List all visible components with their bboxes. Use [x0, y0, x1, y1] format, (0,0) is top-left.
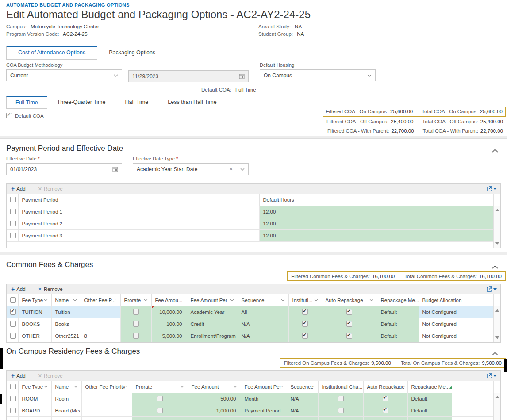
institutional-charge-checkbox[interactable]	[338, 396, 344, 401]
add-button[interactable]: +Add	[11, 373, 26, 379]
column-header-sequence[interactable]: Sequence	[287, 381, 318, 393]
table-row[interactable]: ROOM Room 500.00 Month N/A Default	[7, 393, 493, 405]
row-checkbox[interactable]	[10, 209, 16, 214]
column-header-prorate[interactable]: Prorate	[120, 294, 151, 306]
column-header-repackage-methodology[interactable]: Repackage Me...	[377, 294, 419, 306]
export-button[interactable]	[486, 373, 497, 379]
prorate-checkbox[interactable]	[157, 396, 163, 401]
column-header-fee-amount-per[interactable]: Fee Amount Per	[241, 381, 287, 393]
subtab-three-quarter-time[interactable]: Three-Quarter Time	[47, 96, 115, 109]
screen-artifact	[0, 348, 3, 369]
institutional-charge-checkbox[interactable]	[302, 321, 308, 327]
column-header-name[interactable]: Name	[51, 381, 81, 393]
column-header-institutional-charge[interactable]: Instituti...	[288, 294, 322, 306]
caret-down-icon	[493, 288, 497, 290]
table-row[interactable]: Payment Period 3 12.00	[7, 229, 493, 241]
default-housing-label: Default Housing	[260, 62, 376, 68]
column-header-repackage-methodology-sorted[interactable]: Repackage Me...	[407, 381, 452, 393]
column-header-fee-amount[interactable]: Fee Amount	[188, 381, 241, 393]
column-header-budget-allocation[interactable]: Budget Allocation	[419, 294, 493, 306]
column-header-payment-period[interactable]: Payment Period	[18, 194, 259, 206]
coa-budget-methodology-select[interactable]: Current	[6, 69, 122, 81]
collapse-chevron-icon[interactable]	[492, 146, 498, 154]
column-header-fee-type[interactable]: Fee Type	[18, 294, 51, 306]
add-button[interactable]: +Add	[11, 286, 26, 292]
subtab-half-time[interactable]: Half Time	[115, 96, 158, 109]
column-header-auto-repackage[interactable]: Auto Repackage	[363, 381, 407, 393]
tab-packaging-options[interactable]: Packaging Options	[97, 46, 167, 60]
chevron-down-icon	[115, 299, 116, 301]
auto-repackage-checkbox[interactable]	[346, 309, 352, 315]
scroll-up-icon[interactable]	[495, 209, 499, 211]
subtab-full-time[interactable]: Full Time	[6, 96, 47, 109]
export-button[interactable]	[486, 286, 497, 292]
row-checkbox[interactable]	[10, 333, 16, 339]
add-button[interactable]: +Add	[11, 186, 26, 192]
default-coa-checkbox-row: Default COA	[6, 113, 44, 118]
column-header-fee-amount[interactable]: Fee Amou...	[151, 294, 187, 306]
column-header-fee-type[interactable]: Fee Type	[18, 381, 51, 393]
column-header-fee-amount-per[interactable]: Fee Amount Per	[187, 294, 238, 306]
scroll-down-icon[interactable]	[495, 242, 499, 245]
auto-repackage-checkbox[interactable]	[383, 408, 388, 413]
institutional-charge-checkbox[interactable]	[302, 333, 308, 339]
calendar-icon	[239, 73, 245, 79]
column-header-prorate[interactable]: Prorate	[132, 381, 188, 393]
row-checkbox[interactable]	[10, 233, 16, 238]
institutional-charge-checkbox[interactable]	[302, 309, 308, 315]
prorate-checkbox[interactable]	[133, 309, 139, 315]
column-header-other-fee-priority[interactable]: Other Fee P...	[81, 294, 120, 306]
institutional-charge-checkbox[interactable]	[338, 408, 344, 413]
select-all-checkbox[interactable]	[10, 384, 16, 389]
prorate-checkbox[interactable]	[133, 321, 139, 327]
collapse-chevron-icon[interactable]	[492, 349, 498, 357]
remove-button[interactable]: ✕Remove	[38, 286, 63, 292]
prorate-checkbox[interactable]	[133, 333, 139, 339]
remove-button[interactable]: ✕Remove	[38, 373, 63, 379]
scroll-up-icon[interactable]	[495, 309, 499, 312]
calendar-icon[interactable]	[112, 166, 118, 172]
row-checkbox[interactable]	[10, 309, 16, 315]
scroll-up-icon[interactable]	[495, 396, 499, 398]
effective-date-type-select[interactable]: Academic Year Start Date ✕	[133, 163, 249, 175]
auto-repackage-checkbox[interactable]	[346, 321, 352, 327]
scrollbar[interactable]	[493, 306, 500, 342]
export-button[interactable]	[486, 186, 497, 192]
row-checkbox[interactable]	[10, 408, 16, 413]
auto-repackage-checkbox[interactable]	[346, 333, 352, 339]
remove-button[interactable]: ✕Remove	[38, 186, 63, 192]
table-row[interactable]: Payment Period 1 12.00	[7, 206, 493, 218]
collapse-chevron-icon[interactable]	[492, 263, 498, 271]
auto-repackage-checkbox[interactable]	[383, 396, 388, 401]
prorate-checkbox[interactable]	[157, 408, 163, 413]
scrollbar[interactable]	[493, 393, 500, 420]
row-checkbox[interactable]	[10, 221, 16, 226]
scroll-down-icon[interactable]	[495, 336, 499, 339]
row-checkbox[interactable]	[10, 396, 16, 401]
select-all-checkbox[interactable]	[10, 297, 16, 303]
table-row[interactable]: TUITION Tuition 10,000.00 Academic Year …	[7, 306, 493, 318]
column-header-other-fee-priority[interactable]: Other Fee Priority	[81, 381, 132, 393]
column-header-name[interactable]: Name	[51, 294, 81, 306]
effective-date-field[interactable]: 01/01/2023	[6, 163, 122, 175]
select-all-checkbox[interactable]	[10, 197, 16, 202]
default-coa-checkbox[interactable]	[6, 113, 12, 118]
table-row[interactable]: BOARD Board (Meals) 1,000.00 Payment Per…	[7, 405, 493, 416]
table-row[interactable]: OTHER Other2521 8 5,000.00 Enrollment/Pr…	[7, 330, 493, 342]
screen-artifact	[504, 359, 507, 372]
breadcrumb[interactable]: AUTOMATED BUDGET AND PACKAGING OPTIONS	[0, 0, 507, 8]
clear-icon[interactable]: ✕	[229, 166, 233, 172]
scrollbar[interactable]	[493, 206, 500, 248]
default-housing-select[interactable]: On Campus	[260, 69, 376, 81]
table-row[interactable]: Payment Period 2 12.00	[7, 218, 493, 229]
remove-x-icon: ✕	[38, 186, 42, 192]
column-header-auto-repackage[interactable]: Auto Repackage	[322, 294, 377, 306]
row-checkbox[interactable]	[10, 321, 16, 327]
table-row[interactable]: TRAVEL Travel 4,000.00 Enrollment/Progra…	[7, 416, 493, 420]
table-row[interactable]: BOOKS Books 100.00 Credit N/A Default No…	[7, 318, 493, 330]
column-header-institutional-charge[interactable]: Institutional Cha...	[318, 381, 363, 393]
column-header-default-hours[interactable]: Default Hours	[259, 194, 493, 206]
subtab-less-than-half-time[interactable]: Less than Half Time	[158, 96, 226, 109]
column-header-sequence[interactable]: Sequence	[238, 294, 288, 306]
tab-cost-of-attendance-options[interactable]: Cost of Attendance Options	[6, 46, 97, 60]
